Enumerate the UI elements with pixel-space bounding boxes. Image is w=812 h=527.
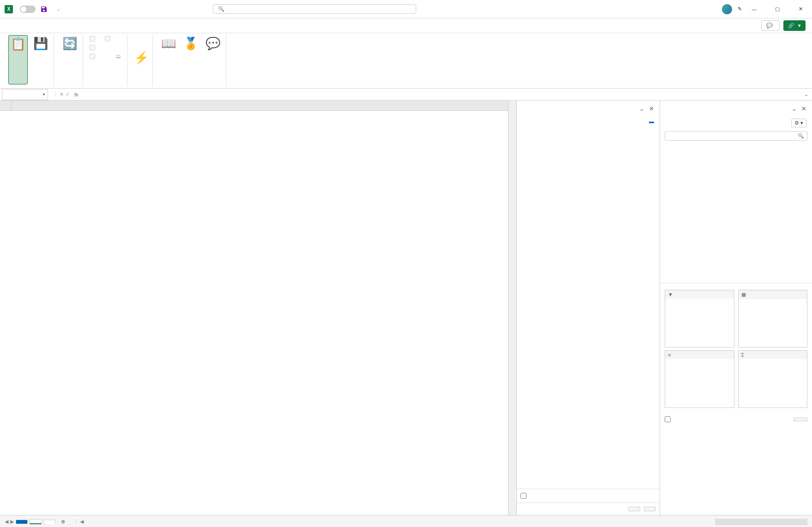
maximize-button[interactable]: ▢ bbox=[770, 2, 784, 16]
excel-icon: X bbox=[5, 5, 13, 13]
suggest-feature-button[interactable]: 💬 bbox=[204, 35, 222, 84]
auto-refresh-check[interactable] bbox=[521, 493, 527, 499]
sheet-tabs: ◀▶ ⊕ ⋮ ◀ bbox=[0, 515, 812, 527]
ribbon-content: 📋 💾 🔄 🗂 ⚡ bbox=[0, 33, 812, 89]
chevron-down-icon[interactable]: ⌄ bbox=[792, 105, 797, 112]
name-box[interactable]: ▾ bbox=[2, 89, 48, 100]
cancel-icon[interactable]: ✕ bbox=[60, 91, 64, 97]
columns-area[interactable]: ▦ bbox=[738, 290, 808, 347]
search-icon: 🔍 bbox=[218, 6, 224, 12]
close-icon[interactable]: ✕ bbox=[649, 105, 654, 112]
update-button[interactable] bbox=[794, 418, 807, 421]
horizontal-scrollbar[interactable] bbox=[715, 519, 807, 525]
neg-black-check[interactable] bbox=[90, 35, 97, 42]
defaults-button[interactable] bbox=[644, 507, 656, 511]
formula-bar: ▾ ⋮✕✓ fx ⌄ bbox=[0, 89, 812, 101]
close-button[interactable]: ✕ bbox=[794, 2, 807, 16]
pencil-icon[interactable]: ✎ bbox=[738, 6, 742, 12]
select-all-corner[interactable] bbox=[0, 101, 12, 110]
user-avatar[interactable] bbox=[722, 4, 732, 14]
expand-formula-icon[interactable]: ⌄ bbox=[801, 92, 812, 97]
apply-format-button[interactable]: 🗂 bbox=[116, 53, 123, 60]
values-area[interactable]: Σ bbox=[738, 350, 808, 408]
select-assistant-button[interactable]: 📋 bbox=[8, 35, 28, 84]
save-template-button[interactable]: 💾 bbox=[31, 35, 50, 84]
comments-button[interactable]: 💬 bbox=[761, 20, 780, 31]
grid-body[interactable] bbox=[0, 111, 508, 515]
field-search-input[interactable] bbox=[668, 133, 798, 139]
filters-area[interactable]: ▼ bbox=[665, 290, 734, 347]
select-assistant-pane: ⌄✕ ▬ bbox=[516, 101, 660, 515]
tab-payroll-b[interactable] bbox=[43, 520, 55, 524]
save-icon[interactable] bbox=[40, 6, 48, 13]
toggle-off-icon[interactable] bbox=[20, 6, 36, 13]
rows-area[interactable]: ≡ bbox=[665, 350, 734, 408]
tab-payroll-a[interactable] bbox=[30, 519, 42, 524]
prev-sheet-icon[interactable]: ◀ bbox=[5, 519, 8, 525]
enter-icon[interactable]: ✓ bbox=[66, 91, 70, 97]
refresh-options-button[interactable]: 🔄 bbox=[61, 35, 79, 84]
share-button[interactable]: 🔗 ▾ bbox=[783, 20, 806, 31]
search-bar[interactable]: 🔍 bbox=[213, 4, 416, 14]
ribbon-tabs: 💬 🔗 ▾ bbox=[0, 18, 812, 33]
locate-pro-button[interactable]: 🏅 bbox=[182, 35, 200, 84]
tab-getting-started[interactable] bbox=[16, 520, 28, 524]
sync-status-icon: ⚡ bbox=[134, 51, 149, 66]
neg-dash-check[interactable] bbox=[90, 44, 123, 51]
refresh-all-button[interactable] bbox=[628, 507, 640, 511]
titlebar: X ⌄ 🔍 ✎ — ▢ ✕ bbox=[0, 0, 812, 18]
sheet-area bbox=[0, 101, 508, 515]
howto-button[interactable]: 📖 bbox=[159, 35, 178, 84]
gear-button[interactable]: ⚙ ▾ bbox=[791, 119, 806, 127]
drag-label bbox=[665, 286, 807, 290]
nonzero-check[interactable] bbox=[105, 35, 113, 42]
column-headers bbox=[0, 101, 508, 111]
autosave-toggle[interactable] bbox=[18, 6, 36, 13]
pivot-fields-pane: ⌄✕ ⚙ ▾ 🔍 ▼ ▦ ≡ bbox=[660, 101, 812, 515]
fx-icon[interactable]: fx bbox=[73, 92, 80, 97]
field-search[interactable]: 🔍 bbox=[665, 131, 807, 141]
next-sheet-icon[interactable]: ▶ bbox=[10, 519, 14, 525]
whole-num-check[interactable] bbox=[90, 53, 97, 60]
show-less-link[interactable]: ▬ bbox=[649, 119, 654, 124]
select-assistant-tree[interactable] bbox=[517, 130, 660, 489]
vertical-scrollbar[interactable] bbox=[508, 101, 516, 515]
add-sheet-icon[interactable]: ⊕ bbox=[57, 519, 69, 525]
minimize-button[interactable]: — bbox=[747, 2, 761, 16]
defer-update-check[interactable] bbox=[665, 416, 671, 422]
dropdown-icon[interactable]: ⋮ bbox=[53, 91, 58, 97]
field-list[interactable] bbox=[660, 143, 812, 283]
chevron-down-icon[interactable]: ⌄ bbox=[57, 7, 61, 12]
close-icon[interactable]: ✕ bbox=[801, 105, 806, 112]
search-icon: 🔍 bbox=[798, 133, 804, 139]
chevron-down-icon[interactable]: ⌄ bbox=[639, 105, 644, 112]
